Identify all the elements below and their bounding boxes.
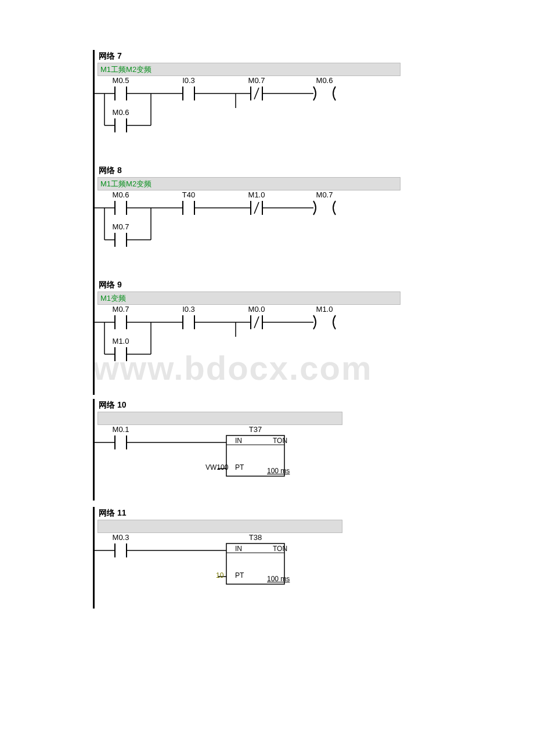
timer-pt: PT: [235, 571, 244, 579]
contact-label: M0.7: [113, 305, 129, 314]
ladder-svg: [93, 533, 342, 603]
contact-label: M1.0: [248, 190, 265, 199]
svg-line-9: [254, 88, 259, 99]
network-comment: M1工频M2变频: [98, 63, 400, 76]
coil-label: M0.7: [316, 190, 333, 199]
contact-label: M0.6: [113, 108, 129, 117]
timer-type: TON: [273, 545, 287, 553]
timer-res: 100 ms: [267, 575, 290, 583]
contact-label: I0.3: [182, 305, 195, 314]
network-7: 网络 7 M1工频M2变频: [93, 50, 400, 166]
coil-label: M1.0: [316, 305, 333, 314]
svg-line-44: [254, 316, 259, 328]
network-title: 网络 8: [93, 164, 400, 177]
network-11: 网络 11 . M0.3 T38 IN TON 10 PT 100 ms: [93, 507, 342, 609]
timer-name: T37: [249, 425, 262, 434]
network-title: 网络 7: [93, 50, 400, 63]
timer-pt-val: VW100: [205, 463, 228, 471]
timer-name: T38: [249, 533, 262, 542]
contact-label: M0.1: [113, 425, 129, 434]
timer-type: TON: [273, 437, 287, 445]
network-8: 网络 8 M1工频M2变频: [93, 164, 400, 280]
contact-label: M0.5: [113, 76, 129, 85]
ladder-svg: [93, 425, 342, 495]
contact-label: I0.3: [182, 76, 195, 85]
ladder-svg: [93, 76, 400, 157]
contact-label: M1.0: [113, 337, 129, 345]
timer-res: 100 ms: [267, 467, 290, 475]
network-comment: .: [98, 520, 342, 533]
contact-label: M0.0: [248, 305, 265, 314]
coil-label: M0.6: [316, 76, 333, 85]
timer-pt: PT: [235, 463, 244, 471]
timer-in: IN: [235, 437, 242, 445]
contact-label: M0.7: [248, 76, 265, 85]
ladder-svg: [93, 190, 400, 272]
contact-label: M0.7: [113, 222, 129, 231]
timer-pt-val: 10: [216, 571, 223, 579]
network-comment: M1变频: [98, 291, 400, 305]
svg-line-27: [254, 202, 259, 214]
network-9: 网络 9 M1变频: [93, 279, 400, 395]
contact-label: M0.6: [113, 190, 129, 199]
network-comment: .: [98, 412, 342, 425]
network-title: 网络 11: [93, 507, 342, 520]
network-comment: M1工频M2变频: [98, 177, 400, 190]
network-title: 网络 10: [93, 399, 342, 412]
ladder-svg: [93, 305, 400, 386]
network-10: 网络 10 . M0.1 T37 IN TON VW100 PT 100 ms: [93, 399, 342, 501]
contact-label: M0.3: [113, 533, 129, 542]
network-title: 网络 9: [93, 279, 400, 291]
contact-label: T40: [182, 190, 195, 199]
timer-in: IN: [235, 545, 242, 553]
